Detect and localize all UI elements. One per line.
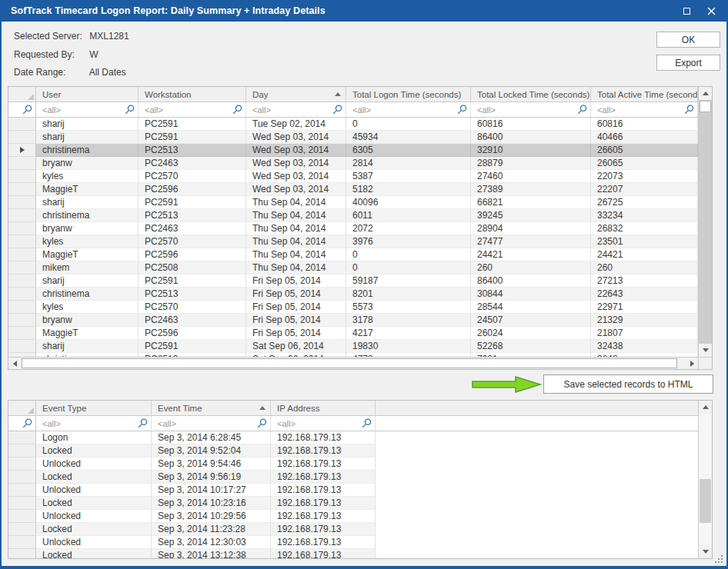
- detail-grid-vertical-scrollbar[interactable]: [698, 401, 712, 558]
- filter-cell-user[interactable]: <all>: [36, 102, 139, 117]
- row-indicator[interactable]: [8, 340, 36, 353]
- table-row[interactable]: LogonSep 3, 2014 6:28:45192.168.179.13: [8, 431, 698, 444]
- table-row[interactable]: MaggieTPC2596Wed Sep 03, 201451822738922…: [8, 183, 698, 196]
- row-indicator[interactable]: [8, 484, 36, 497]
- row-indicator[interactable]: [8, 275, 36, 288]
- filter-cell-ip-address[interactable]: <all>: [271, 416, 376, 431]
- save-selected-records-button[interactable]: Save selected records to HTML: [543, 374, 713, 394]
- scroll-up-button[interactable]: [699, 401, 712, 414]
- table-row[interactable]: UnlockedSep 3, 2014 9:54:46192.168.179.1…: [8, 458, 698, 471]
- table-row[interactable]: bryanwPC2463Wed Sep 03, 2014281428879260…: [8, 157, 698, 170]
- column-header-ip-address[interactable]: IP Address: [271, 401, 376, 415]
- search-icon[interactable]: [457, 105, 467, 115]
- search-icon[interactable]: [257, 418, 267, 428]
- ok-button[interactable]: OK: [656, 32, 720, 48]
- search-icon[interactable]: [22, 105, 32, 115]
- column-header-event-time[interactable]: Event Time: [152, 401, 271, 415]
- row-indicator[interactable]: [8, 209, 36, 222]
- summary-grid-horizontal-scrollbar[interactable]: [8, 357, 698, 369]
- table-row[interactable]: sharijPC2591Wed Sep 03, 2014459348640040…: [8, 131, 698, 144]
- scroll-down-button[interactable]: [699, 545, 712, 558]
- export-button[interactable]: Export: [656, 55, 720, 71]
- table-row[interactable]: bryanwPC2463Fri Sep 05, 2014317824507213…: [8, 314, 698, 327]
- row-indicator[interactable]: [8, 248, 36, 261]
- scrollbar-thumb[interactable]: [700, 101, 711, 112]
- filter-cell-total-logon-time-seconds[interactable]: <all>: [346, 102, 471, 117]
- row-indicator[interactable]: [8, 536, 36, 549]
- row-indicator[interactable]: [8, 458, 36, 471]
- table-row[interactable]: kylesPC2570Wed Sep 03, 20145387274602207…: [8, 170, 698, 183]
- table-row[interactable]: christinemaPC2513Thu Sep 04, 20146011392…: [8, 209, 698, 222]
- resize-grip[interactable]: [715, 555, 723, 564]
- table-row[interactable]: sharijPC2591Tue Sep 02, 201406081660816: [8, 118, 698, 131]
- table-row[interactable]: MaggieTPC2596Fri Sep 05, 201442172602421…: [8, 327, 698, 340]
- filter-cell-total-locked-time-seconds[interactable]: <all>: [471, 102, 591, 117]
- row-indicator[interactable]: [8, 314, 36, 327]
- table-row[interactable]: LockedSep 3, 2014 13:12:38192.168.179.13: [8, 549, 698, 558]
- filter-cell-event-type[interactable]: <all>: [36, 416, 152, 431]
- row-indicator[interactable]: [8, 183, 36, 196]
- row-indicator[interactable]: [8, 301, 36, 314]
- row-indicator[interactable]: [8, 235, 36, 248]
- table-row[interactable]: kylesPC2570Fri Sep 05, 20145573285442297…: [8, 301, 698, 314]
- table-row[interactable]: christinemaPC2513Wed Sep 03, 20146305329…: [8, 144, 698, 157]
- column-header-user[interactable]: User: [36, 87, 139, 101]
- row-indicator[interactable]: [8, 471, 36, 484]
- search-icon[interactable]: [232, 105, 242, 115]
- filter-cell-day[interactable]: <all>: [246, 102, 346, 117]
- table-row[interactable]: UnlockedSep 3, 2014 10:29:56192.168.179.…: [8, 510, 698, 523]
- table-row[interactable]: LockedSep 3, 2014 10:23:16192.168.179.13: [8, 497, 698, 510]
- row-indicator[interactable]: [8, 131, 36, 144]
- row-indicator[interactable]: [8, 549, 36, 558]
- table-row[interactable]: UnlockedSep 3, 2014 12:30:03192.168.179.…: [8, 536, 698, 549]
- summary-grid-vertical-scrollbar[interactable]: [698, 87, 712, 357]
- row-indicator[interactable]: [8, 170, 36, 183]
- maximize-button[interactable]: [674, 0, 699, 22]
- row-indicator[interactable]: [8, 144, 36, 157]
- row-indicator[interactable]: [8, 510, 36, 523]
- row-indicator-header[interactable]: [8, 401, 36, 415]
- column-header-total-logon-time-seconds[interactable]: Total Logon Time (seconds): [346, 87, 471, 101]
- table-row[interactable]: sharijPC2591Thu Sep 04, 2014400966682126…: [8, 196, 698, 209]
- column-header-workstation[interactable]: Workstation: [139, 87, 246, 101]
- search-icon[interactable]: [125, 105, 135, 115]
- scroll-left-button[interactable]: [8, 358, 21, 369]
- table-row[interactable]: mikemPC2508Thu Sep 04, 20140260260: [8, 261, 698, 275]
- row-indicator[interactable]: [8, 157, 36, 170]
- filter-cell-workstation[interactable]: <all>: [139, 102, 246, 117]
- row-indicator[interactable]: [8, 118, 36, 131]
- table-row[interactable]: sharijPC2591Sat Sep 06, 2014198305226832…: [8, 340, 698, 353]
- scrollbar-thumb[interactable]: [22, 358, 677, 368]
- filter-cell-event-time[interactable]: <all>: [152, 416, 271, 431]
- column-header-day[interactable]: Day: [246, 87, 346, 101]
- search-icon[interactable]: [332, 105, 342, 115]
- table-row[interactable]: kylesPC2570Thu Sep 04, 20143976274772350…: [8, 235, 698, 248]
- table-row[interactable]: bryanwPC2463Thu Sep 04, 2014207228904268…: [8, 222, 698, 235]
- filter-row-indicator[interactable]: [8, 416, 36, 431]
- row-indicator[interactable]: [8, 261, 36, 275]
- search-icon[interactable]: [577, 105, 587, 115]
- search-icon[interactable]: [138, 418, 148, 428]
- scroll-up-button[interactable]: [699, 87, 712, 100]
- table-row[interactable]: LockedSep 3, 2014 9:56:19192.168.179.13: [8, 471, 698, 484]
- column-header-event-type[interactable]: Event Type: [36, 401, 152, 415]
- table-row[interactable]: UnlockedSep 3, 2014 10:17:27192.168.179.…: [8, 484, 698, 497]
- row-indicator[interactable]: [8, 497, 36, 510]
- row-indicator[interactable]: [8, 196, 36, 209]
- table-row[interactable]: LockedSep 3, 2014 9:52:04192.168.179.13: [8, 444, 698, 458]
- scroll-down-button[interactable]: [699, 344, 712, 357]
- close-button[interactable]: [699, 0, 723, 22]
- search-icon[interactable]: [362, 418, 372, 428]
- row-indicator[interactable]: [8, 327, 36, 340]
- row-indicator[interactable]: [8, 288, 36, 301]
- table-row[interactable]: MaggieTPC2596Thu Sep 04, 201402442124421: [8, 248, 698, 261]
- table-row[interactable]: sharijPC2591Fri Sep 05, 2014591878640027…: [8, 275, 698, 288]
- row-indicator-header[interactable]: [8, 87, 36, 101]
- table-row[interactable]: christinemaPC2513Fri Sep 05, 20148201308…: [8, 288, 698, 301]
- search-icon[interactable]: [684, 105, 694, 115]
- filter-row-indicator[interactable]: [8, 102, 36, 117]
- row-indicator[interactable]: [8, 431, 36, 444]
- row-indicator[interactable]: [8, 444, 36, 458]
- row-indicator[interactable]: [8, 222, 36, 235]
- table-row[interactable]: LockedSep 3, 2014 11:23:28192.168.179.13: [8, 523, 698, 536]
